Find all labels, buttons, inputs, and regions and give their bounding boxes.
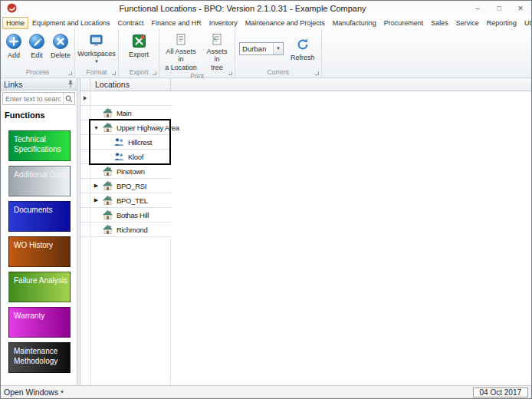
tab-maintenance-and-projects[interactable]: Maintenance and Projects bbox=[241, 17, 329, 29]
tree-row-kloof[interactable]: Kloof bbox=[80, 150, 171, 164]
row-indicator bbox=[80, 193, 90, 207]
row-indicator bbox=[80, 179, 90, 193]
refresh-button[interactable]: Refresh bbox=[288, 35, 317, 61]
expand-expanded-icon[interactable]: ▼ bbox=[92, 125, 100, 130]
house-icon bbox=[102, 122, 113, 134]
tree-row-bpo-tel[interactable]: ▶BPO_TEL bbox=[80, 193, 171, 208]
dialog-launcher-icon[interactable] bbox=[68, 71, 72, 75]
add-icon bbox=[5, 33, 22, 50]
edit-button[interactable]: Edit bbox=[25, 31, 48, 68]
people-icon bbox=[113, 151, 125, 163]
grid-column-line bbox=[170, 237, 171, 385]
tab-manufacturing[interactable]: Manufacturing bbox=[329, 17, 380, 29]
titlebar: Functional Locations - BPO: Version 2.1.… bbox=[1, 1, 531, 15]
export-button[interactable]: Export bbox=[120, 31, 157, 68]
maximize-button[interactable]: □ bbox=[490, 2, 508, 14]
function-button-wo-history[interactable]: WO History bbox=[8, 236, 71, 267]
tab-service[interactable]: Service bbox=[452, 17, 483, 29]
tree-row-hillcrest[interactable]: Hillcrest bbox=[80, 135, 171, 150]
filter-row[interactable] bbox=[80, 91, 171, 106]
row-indicator bbox=[80, 150, 90, 163]
search-box bbox=[2, 92, 75, 105]
tab-home[interactable]: Home bbox=[2, 17, 28, 29]
dialog-launcher-icon[interactable] bbox=[112, 71, 116, 75]
all-assets-in-location-label: All Assets in a Location bbox=[163, 48, 199, 71]
house-icon bbox=[102, 180, 113, 192]
site-combobox-value: Durban bbox=[240, 45, 273, 53]
expand-collapsed-icon[interactable]: ▶ bbox=[92, 197, 100, 203]
tree-grid-body: Main▼Upper Highway AreaHillcrestKloofPin… bbox=[80, 91, 531, 237]
links-panel-title: Links bbox=[4, 80, 23, 89]
tab-sales[interactable]: Sales bbox=[427, 17, 452, 29]
ribbon-tab-strip: HomeEquipment and LocationsContractFinan… bbox=[2, 17, 531, 29]
tree-row-bothas-hill[interactable]: Bothas Hill bbox=[80, 208, 171, 223]
tab-utilities[interactable]: Utilities bbox=[521, 17, 531, 29]
open-windows-button[interactable]: Open Windows ▾ bbox=[4, 387, 64, 397]
group-label-process: Process bbox=[1, 68, 74, 77]
function-button-documents[interactable]: Documents bbox=[8, 201, 71, 232]
all-assets-in-location-button[interactable]: All Assets in a Location bbox=[161, 31, 201, 71]
close-button[interactable]: ✕ bbox=[511, 2, 530, 14]
function-button-warranty[interactable]: Warranty bbox=[8, 307, 71, 338]
open-windows-label: Open Windows bbox=[4, 387, 58, 397]
search-icon[interactable] bbox=[63, 93, 74, 104]
focused-row-indicator-icon bbox=[84, 96, 87, 101]
dialog-launcher-icon[interactable] bbox=[153, 71, 156, 75]
ribbon-tabs: HomeEquipment and LocationsContractFinan… bbox=[1, 15, 531, 29]
grid-indicator-line bbox=[90, 237, 91, 385]
tree-node-label: Richmond bbox=[115, 226, 147, 234]
workspaces-button[interactable]: Workspaces ▾ bbox=[77, 31, 117, 68]
function-button-maintenance-methodology[interactable]: Maintenance Methodology bbox=[8, 342, 71, 373]
house-icon bbox=[102, 209, 113, 221]
minimize-button[interactable]: – bbox=[468, 2, 487, 14]
house-icon bbox=[102, 107, 113, 119]
add-button[interactable]: Add bbox=[2, 31, 25, 68]
people-icon bbox=[113, 137, 125, 148]
tree-row-upper-highway-area[interactable]: ▼Upper Highway Area bbox=[80, 120, 171, 135]
tab-procurement[interactable]: Procurement bbox=[380, 17, 428, 29]
edit-button-label: Edit bbox=[31, 51, 43, 59]
tab-contract[interactable]: Contract bbox=[114, 17, 148, 29]
functions-heading: Functions bbox=[1, 107, 77, 121]
dialog-launcher-icon[interactable] bbox=[228, 71, 232, 75]
chevron-down-icon: ▾ bbox=[95, 59, 98, 64]
tree-row-richmond[interactable]: Richmond bbox=[80, 223, 171, 237]
tree-node-label: Main bbox=[115, 109, 131, 117]
tree-row-main[interactable]: Main bbox=[80, 106, 171, 120]
function-button-technical-specifications[interactable]: Technical Specifications bbox=[8, 130, 71, 161]
grid-header-row: Locations bbox=[80, 78, 531, 91]
edit-icon bbox=[28, 33, 45, 50]
ribbon-group-export: Export Export bbox=[119, 29, 159, 77]
row-indicator bbox=[80, 120, 90, 134]
delete-button[interactable]: Delete bbox=[48, 31, 73, 68]
assets-in-tree-button[interactable]: Assets in tree bbox=[201, 31, 233, 71]
add-button-label: Add bbox=[8, 51, 20, 59]
tree-node-label: Upper Highway Area bbox=[115, 124, 179, 132]
ribbon-group-format: Workspaces ▾ Format bbox=[75, 29, 119, 77]
pin-icon[interactable] bbox=[67, 80, 74, 88]
function-button-additional-data[interactable]: Additional Data bbox=[8, 166, 71, 196]
column-header-locations[interactable]: Locations bbox=[90, 78, 171, 91]
search-input[interactable] bbox=[3, 95, 63, 103]
expand-collapsed-icon[interactable]: ▶ bbox=[92, 183, 100, 189]
tab-inventory[interactable]: Inventory bbox=[205, 17, 241, 29]
tree-row-bpo-rsi[interactable]: ▶BPO_RSI bbox=[80, 179, 171, 193]
tab-reporting[interactable]: Reporting bbox=[483, 17, 521, 29]
tab-finance-and-hr[interactable]: Finance and HR bbox=[148, 17, 205, 29]
house-icon bbox=[102, 195, 113, 206]
chevron-down-icon[interactable]: ▾ bbox=[273, 43, 283, 54]
group-label-current: Current bbox=[235, 68, 321, 77]
row-indicator bbox=[80, 208, 90, 222]
links-panel: Links Functions Technical Specifications… bbox=[1, 78, 77, 385]
site-combobox[interactable]: Durban ▾ bbox=[239, 42, 284, 55]
tree-node-label: BPO_RSI bbox=[115, 182, 146, 190]
function-button-failure-analysis[interactable]: Failure Analysis bbox=[8, 272, 71, 302]
functions-list: Technical SpecificationsAdditional DataD… bbox=[1, 121, 77, 385]
export-button-label: Export bbox=[129, 51, 149, 58]
ribbon-group-current: Durban ▾ Refresh Current bbox=[235, 29, 322, 77]
tree-row-pinetown[interactable]: Pinetown bbox=[80, 164, 171, 179]
tab-equipment-and-locations[interactable]: Equipment and Locations bbox=[28, 17, 114, 29]
dialog-launcher-icon[interactable] bbox=[315, 71, 319, 75]
report-tree-icon bbox=[211, 33, 223, 46]
row-indicator bbox=[80, 164, 90, 178]
